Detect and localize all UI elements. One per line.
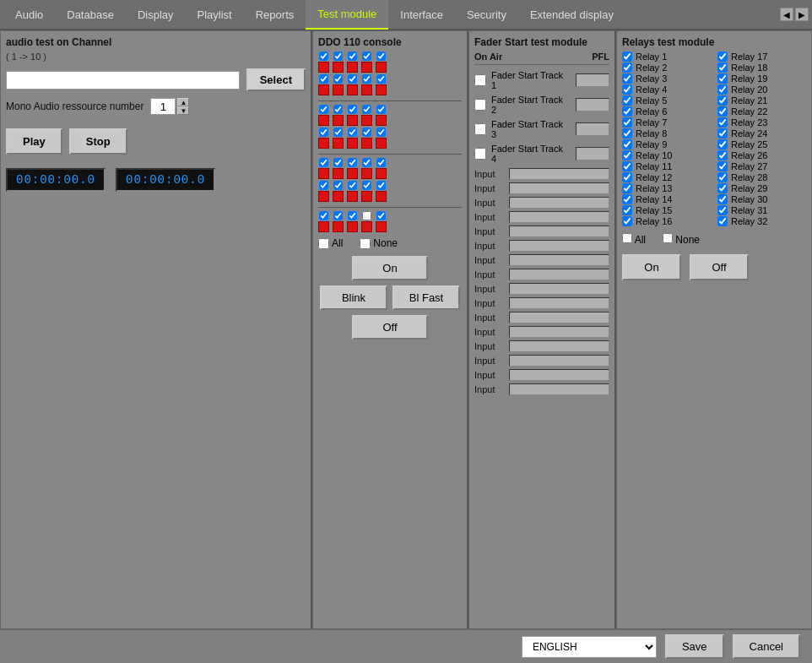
relay-cb-14[interactable] (622, 194, 632, 204)
ddo-cb-4-4[interactable] (362, 128, 371, 137)
relay-none-checkbox[interactable] (663, 233, 673, 243)
relay-cb-7[interactable] (622, 117, 632, 128)
relay-cb-20[interactable] (717, 84, 728, 95)
language-select[interactable]: ENGLISH (522, 636, 657, 658)
relay-cb-19[interactable] (717, 73, 728, 84)
ddo-cb-6-3[interactable] (348, 181, 357, 190)
fader-track-3-checkbox[interactable] (474, 123, 486, 135)
ddo-cb-3-1[interactable] (319, 105, 328, 114)
ddo-cb-1-5[interactable] (376, 52, 386, 61)
relay-cb-25[interactable] (717, 139, 728, 149)
relay-cb-24[interactable] (717, 128, 728, 139)
relay-cb-28[interactable] (717, 172, 728, 182)
ddo-cb-7-1[interactable] (319, 211, 328, 220)
ddo-cb-5-1[interactable] (319, 158, 328, 167)
ddo-cb-3-3[interactable] (348, 105, 357, 114)
ddo-cb-1-4[interactable] (362, 52, 371, 61)
ddo-cb-6-4[interactable] (362, 181, 371, 190)
stop-button[interactable]: Stop (69, 128, 127, 155)
relay-cb-16[interactable] (622, 216, 632, 226)
ddo-cb-6-1[interactable] (319, 181, 328, 190)
ddo-bl-fast-button[interactable]: Bl Fast (392, 285, 460, 310)
relay-cb-22[interactable] (717, 106, 728, 117)
relay-all-checkbox[interactable] (622, 233, 632, 243)
relay-cb-21[interactable] (717, 95, 728, 106)
ddo-cb-3-2[interactable] (333, 105, 343, 114)
relay-cb-4[interactable] (622, 84, 632, 95)
relay-cb-2[interactable] (622, 62, 632, 73)
ddo-cb-6-2[interactable] (333, 181, 343, 190)
relay-cb-1[interactable] (622, 52, 632, 62)
ddo-cb-2-2[interactable] (333, 74, 343, 84)
nav-left-arrow[interactable]: ◀ (780, 8, 793, 21)
ddo-none-label[interactable]: None (360, 237, 398, 249)
relay-cb-6[interactable] (622, 106, 632, 117)
relay-cb-31[interactable] (717, 205, 728, 215)
ddo-cb-4-3[interactable] (348, 128, 357, 137)
fader-track-2-checkbox[interactable] (474, 99, 486, 111)
relay-off-button[interactable]: Off (690, 254, 749, 280)
relay-all-label[interactable]: All (622, 233, 646, 246)
relay-cb-27[interactable] (717, 161, 728, 171)
relay-cb-17[interactable] (717, 52, 728, 62)
ddo-all-label[interactable]: All (318, 237, 343, 249)
select-button[interactable]: Select (246, 68, 306, 91)
relay-cb-9[interactable] (622, 139, 632, 149)
relay-on-button[interactable]: On (622, 254, 681, 280)
relay-cb-12[interactable] (622, 172, 632, 182)
tab-playlist[interactable]: Playlist (186, 0, 244, 30)
ddo-cb-6-5[interactable] (376, 181, 386, 190)
ddo-cb-5-5[interactable] (376, 158, 386, 167)
ddo-cb-7-3[interactable] (348, 211, 357, 220)
ddo-cb-5-4[interactable] (362, 158, 371, 167)
tab-security[interactable]: Security (455, 0, 518, 30)
cancel-button[interactable]: Cancel (733, 634, 800, 659)
relay-cb-13[interactable] (622, 183, 632, 193)
fader-track-1-checkbox[interactable] (474, 74, 486, 86)
ddo-cb-7-2[interactable] (333, 211, 343, 220)
ddo-none-checkbox[interactable] (360, 238, 371, 249)
tab-extended-display[interactable]: Extended display (518, 0, 625, 30)
relay-cb-26[interactable] (717, 150, 728, 160)
ddo-cb-2-5[interactable] (376, 74, 386, 84)
ddo-off-button[interactable]: Off (352, 315, 428, 340)
tab-reports[interactable]: Reports (244, 0, 306, 30)
relay-cb-8[interactable] (622, 128, 632, 139)
spinner-down[interactable]: ▼ (177, 106, 189, 115)
relay-cb-15[interactable] (622, 205, 632, 215)
ddo-cb-2-4[interactable] (362, 74, 371, 84)
ddo-cb-5-2[interactable] (333, 158, 343, 167)
relay-cb-18[interactable] (717, 62, 728, 73)
ddo-on-button[interactable]: On (352, 256, 428, 280)
ddo-cb-5-3[interactable] (348, 158, 357, 167)
relay-none-label[interactable]: None (663, 233, 700, 246)
relay-cb-11[interactable] (622, 161, 632, 171)
tab-interface[interactable]: Interface (388, 0, 455, 30)
search-input[interactable] (6, 71, 240, 90)
ddo-cb-7-5[interactable] (376, 211, 386, 220)
tab-test-module[interactable]: Test module (306, 0, 388, 30)
relay-cb-29[interactable] (717, 183, 728, 193)
ddo-cb-3-5[interactable] (376, 105, 386, 114)
relay-cb-5[interactable] (622, 95, 632, 106)
relay-cb-10[interactable] (622, 150, 632, 160)
spinner-up[interactable]: ▲ (177, 98, 189, 106)
relay-cb-3[interactable] (622, 73, 632, 84)
nav-right-arrow[interactable]: ▶ (795, 8, 809, 21)
ddo-cb-2-3[interactable] (348, 74, 357, 84)
tab-database[interactable]: Database (55, 0, 126, 30)
tab-audio[interactable]: Audio (3, 0, 55, 30)
tab-display[interactable]: Display (126, 0, 186, 30)
ddo-cb-4-2[interactable] (333, 128, 343, 137)
ddo-cb-7-4[interactable] (362, 211, 371, 220)
ddo-cb-4-5[interactable] (376, 128, 386, 137)
relay-cb-23[interactable] (717, 117, 728, 128)
relay-cb-30[interactable] (717, 194, 728, 204)
ddo-cb-4-1[interactable] (319, 128, 328, 137)
save-button[interactable]: Save (665, 634, 724, 659)
ddo-cb-2-1[interactable] (319, 74, 328, 84)
ddo-cb-3-4[interactable] (362, 105, 371, 114)
ddo-cb-1-1[interactable] (319, 52, 328, 61)
play-button[interactable]: Play (6, 128, 62, 155)
ddo-cb-1-3[interactable] (348, 52, 357, 61)
